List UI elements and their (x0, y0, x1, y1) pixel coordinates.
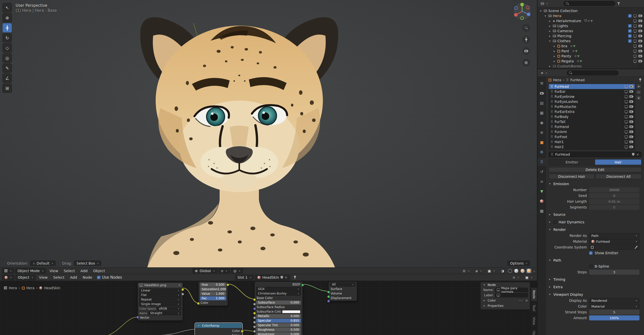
fake-user-icon[interactable] (632, 153, 634, 156)
fake-user-icon[interactable] (281, 276, 283, 279)
specular-input-socket[interactable] (253, 321, 256, 324)
orientation-dropdown[interactable]: ⊥Default (30, 261, 56, 266)
render-section-header[interactable]: Render (546, 227, 644, 232)
pin-icon[interactable] (639, 78, 641, 82)
properties-editor-type-button[interactable]: ≡ (539, 70, 549, 75)
extension-dropdown[interactable]: Repeat (139, 298, 181, 302)
particle-item-furhand[interactable]: ⠿FurHand (549, 124, 635, 129)
vector-input-socket[interactable] (136, 316, 139, 319)
menu-select-shader[interactable]: Select (51, 275, 67, 280)
properties-search-input[interactable] (573, 71, 611, 75)
perspective-toggle-button[interactable]: ⊞ (522, 59, 530, 66)
render-disable-icon[interactable] (638, 25, 642, 27)
node-principled-bsdf[interactable]: BSDF GGX Christensen-Burley Base Color S… (254, 281, 303, 335)
tab-view-layer[interactable]: ▦ (537, 109, 546, 117)
hue-slider[interactable]: Hue0.500 (200, 283, 226, 287)
viewport-disable-icon[interactable] (633, 55, 637, 57)
subsurface-color-swatch[interactable] (282, 310, 300, 313)
render-disable-icon[interactable] (638, 50, 642, 52)
sidebar-tab-options[interactable]: Options (531, 328, 537, 335)
subsurface-color-input-socket[interactable] (253, 312, 256, 315)
tool-add-cube-button[interactable]: ⊞ (3, 83, 12, 93)
shading-material-button[interactable] (520, 268, 525, 273)
exclude-checkbox[interactable] (628, 39, 632, 43)
sidebar-tab-node[interactable]: Node (531, 287, 537, 302)
camera-toggle-icon[interactable] (629, 136, 633, 138)
drag-mode-dropdown[interactable]: Select Box (74, 261, 101, 266)
outliner-item-panty[interactable]: Panty ⚙▼ (539, 54, 643, 59)
particle-item-furmustache[interactable]: ⠿FurMustache (549, 104, 635, 109)
outliner-editor-type-button[interactable] (539, 1, 549, 6)
node-color-section[interactable]: Color ≡ (481, 298, 530, 303)
gizmos-dropdown[interactable]: ⌀ (473, 268, 484, 273)
screen-toggle-icon[interactable] (625, 90, 628, 93)
camera-toggle-icon[interactable] (629, 120, 633, 123)
particle-item-furtail[interactable]: ⠿FurTail (549, 119, 635, 124)
particle-item-furarm[interactable]: ⠿FurArm (549, 129, 635, 134)
source-dropdown[interactable]: Single Image (139, 302, 181, 306)
shading-wireframe-button[interactable] (507, 268, 513, 273)
tool-annotate-button[interactable]: ✎ (3, 63, 12, 73)
breadcrumb-settings[interactable]: FurHead (570, 78, 585, 82)
color-dropdown[interactable]: Material (589, 304, 639, 309)
menu-object[interactable]: Object (91, 268, 107, 274)
outliner-item-scene-collection[interactable]: Scene Collection (539, 8, 643, 13)
roughness-input-socket[interactable] (253, 330, 256, 333)
particle-item-furearextra[interactable]: ⠿FurEarExtra (549, 109, 635, 114)
tab-constraints[interactable]: ≡ (537, 178, 546, 185)
particle-item-hair1[interactable]: ⠿Hair1 (549, 139, 635, 144)
render-disable-icon[interactable] (638, 35, 642, 37)
tab-particles[interactable]: ⠿ (537, 158, 546, 166)
outliner-item-clothes[interactable]: Clothes (539, 38, 643, 44)
menu-node-shader[interactable]: Node (80, 275, 94, 280)
anisotropic-slider[interactable]: Anisotropic0.000 (256, 332, 301, 335)
remove-particle-system-button[interactable]: − (636, 90, 641, 95)
screen-toggle-icon[interactable] (625, 110, 628, 113)
tab-tool[interactable]: ⚒ (537, 80, 546, 87)
close-node-icon[interactable]: × (178, 283, 181, 287)
extra-section-header[interactable]: Extra (546, 284, 644, 290)
tool-measure-button[interactable]: ∠ (3, 73, 12, 83)
timing-section-header[interactable]: Timing (546, 276, 644, 282)
viewport-disable-icon[interactable] (633, 30, 637, 32)
overlays-dropdown[interactable]: ▣ (485, 268, 497, 273)
camera-view-button[interactable] (522, 47, 530, 55)
tab-output[interactable]: ▤ (537, 99, 546, 107)
render-as-dropdown[interactable]: Path (589, 233, 639, 238)
viewport-display-section-header[interactable]: Viewport Display (546, 291, 644, 297)
seed-field[interactable]: 0 (589, 193, 639, 198)
source-section-header[interactable]: Source (546, 212, 644, 217)
distribution-dropdown[interactable]: GGX (256, 287, 301, 291)
unlink-icon[interactable]: × (285, 275, 288, 279)
particle-item-furfoot[interactable]: ⠿FurFoot (549, 134, 635, 139)
pan-view-button[interactable]: ╋ (522, 36, 530, 43)
surface-input-socket[interactable] (327, 291, 330, 294)
screen-toggle-icon[interactable] (625, 115, 628, 118)
tab-texture[interactable]: ▩ (537, 207, 546, 215)
overlays-dropdown-shader[interactable]: ▣ (523, 275, 535, 280)
tab-physics[interactable]: ↺ (537, 168, 546, 176)
outliner-item-pant[interactable]: Pant ⚙▼ (539, 49, 643, 54)
node-image-header[interactable]: HeadSkin.png × (138, 283, 183, 288)
node-image-texture[interactable]: HeadSkin.png × Linear Flat Repeat Single… (138, 282, 183, 321)
tool-scale-button[interactable]: ◇ (3, 43, 12, 53)
snapping-dropdown-shader[interactable]: ∩ (510, 275, 522, 280)
node-color-swatch[interactable] (517, 299, 524, 302)
sidebar-tab-tool[interactable]: Tool (531, 302, 537, 314)
3d-viewport[interactable]: User Perspective (1) Hera | Hera : Base … (0, 0, 537, 267)
node-material-output[interactable]: All Surface Volume Displacement (328, 281, 357, 301)
particle-settings-name-field[interactable]: ⠿ FurHead × (549, 152, 641, 157)
viewport-disable-icon[interactable] (633, 25, 637, 27)
menu-select[interactable]: Select (61, 268, 77, 274)
mode-dropdown[interactable]: Object Mode (15, 268, 46, 273)
screen-toggle-icon[interactable] (625, 125, 628, 128)
particle-specials-menu[interactable]: ∨ (636, 95, 641, 100)
volume-input-socket[interactable] (327, 295, 330, 298)
visibility-dropdown[interactable]: ⊙ (460, 268, 472, 273)
tab-scene[interactable]: ◉ (537, 119, 546, 127)
camera-toggle-icon[interactable] (629, 115, 633, 118)
colorspace-dropdown[interactable]: sRGB (157, 307, 181, 311)
delete-edit-button[interactable]: Delete Edit (549, 167, 641, 172)
strand-steps-field[interactable]: 5 (589, 310, 639, 315)
node-hue-saturation[interactable]: Hue0.500 Saturation1.000 Value1.000 Fac1… (198, 281, 228, 306)
